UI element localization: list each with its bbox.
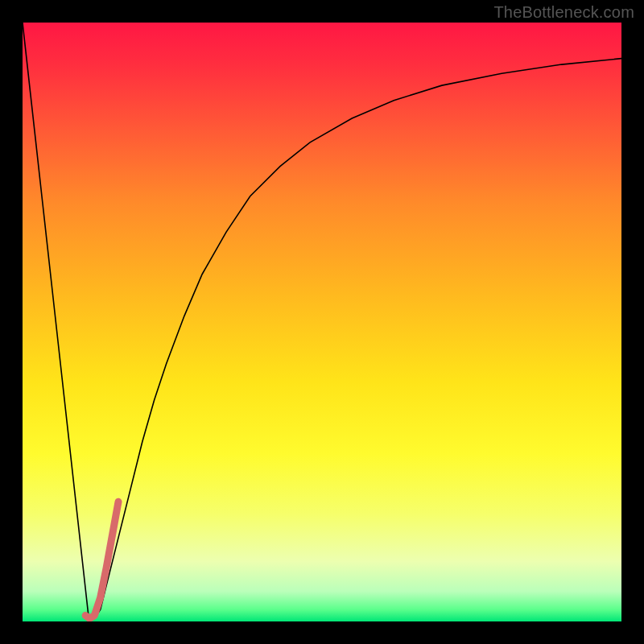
chart-canvas [23, 23, 621, 621]
plot-area [23, 23, 621, 621]
watermark-text: TheBottleneck.com [493, 3, 634, 22]
chart-frame: TheBottleneck.com [0, 0, 644, 644]
